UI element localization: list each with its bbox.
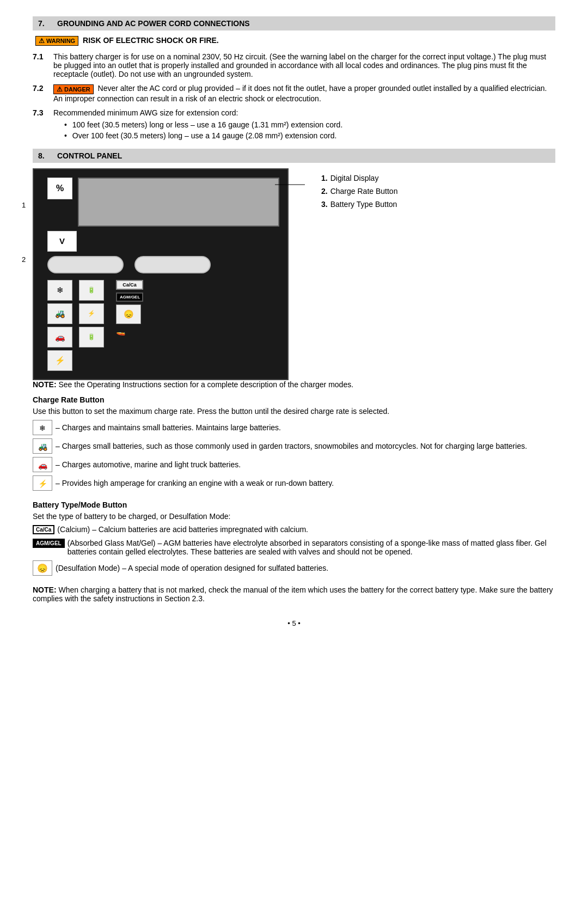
item-7-3-text: Recommended minimum AWG size for extensi… xyxy=(53,108,238,117)
agm-gel-badge: AGM/GEL xyxy=(33,539,65,548)
ca-ca-icon: Ca/Ca xyxy=(116,280,143,290)
icon-column-right: Ca/Ca AGM/GEL 😞 🚤 xyxy=(116,280,143,371)
snowflake-icon: ❄ xyxy=(47,280,72,301)
percent-button[interactable]: % xyxy=(47,178,72,199)
volt-button[interactable]: V xyxy=(47,231,77,252)
charge-icon2-desc: – Charges small batteries, such as those… xyxy=(56,442,527,450)
item-7-2: 7.2 DANGER Never alter the AC cord or pl… xyxy=(33,84,555,102)
label3-text: Battery Type Button xyxy=(330,200,397,209)
main-display xyxy=(78,178,279,227)
agm-gel-desc: (Absorbed Glass Mat/Gel) – AGM batteries… xyxy=(68,539,555,556)
battery-type-section: Battery Type/Mode Button Set the type of… xyxy=(33,501,555,576)
item-7-2-num: 7.2 xyxy=(33,84,49,93)
warning-badge: WARNING xyxy=(35,36,78,46)
battery-type-desc: Set the type of battery to be charged, o… xyxy=(33,512,555,521)
tractor-charge-icon: 🚜 xyxy=(33,438,52,454)
note-label: NOTE: xyxy=(33,380,57,389)
desulf-icon: 😞 xyxy=(33,560,52,576)
engine-charge-icon: ⚡ xyxy=(33,475,52,491)
page-number: • 5 • xyxy=(33,619,555,627)
car-charge-icon: 🚗 xyxy=(33,457,52,472)
charge-icon-row-4: ⚡ – Provides high amperage for cranking … xyxy=(33,475,555,491)
item-7-3: 7.3 Recommended minimum AWG size for ext… xyxy=(33,108,555,143)
item-7-1-content: This battery charger is for use on a nom… xyxy=(53,52,555,78)
warning-text: RISK OF ELECTRIC SHOCK OR FIRE. xyxy=(83,36,219,45)
diagram-left: 1 2 % V xyxy=(33,168,305,380)
battery-type-button[interactable] xyxy=(134,256,211,273)
snowflake-charge-icon: ❄ xyxy=(33,420,52,435)
diagram-wrapper: 1 2 % V xyxy=(33,168,289,380)
section8-title: CONTROL PANEL xyxy=(57,151,122,160)
section8-header: 8. CONTROL PANEL xyxy=(33,149,555,163)
callout-line-3 xyxy=(275,179,308,223)
label-charge-rate: 2. Charge Rate Button xyxy=(321,187,397,196)
label2-text: Charge Rate Button xyxy=(330,187,398,196)
charge-rate-button[interactable] xyxy=(47,256,124,273)
diagram-num-2: 2 xyxy=(22,255,26,264)
note2-block: NOTE: When charging a battery that is no… xyxy=(33,585,555,603)
section7-title: GROUNDING AND AC POWER CORD CONNECTIONS xyxy=(57,19,250,28)
panel-diagram-inner: % V ❄ 🚜 🚗 xyxy=(33,168,289,380)
desulf-diagram-icon: 😞 xyxy=(116,304,141,324)
control-panel-diagram: 1 2 % V xyxy=(33,168,555,380)
ca-ca-desc: (Calcium) – Calcium batteries are acid b… xyxy=(57,525,308,534)
charge-rate-desc: Use this button to set the maximum charg… xyxy=(33,407,555,416)
bullet-item-2: Over 100 feet (30.5 meters) long – use a… xyxy=(64,131,555,140)
label-battery-type: 3. Battery Type Button xyxy=(321,200,397,209)
charge-rate-section: Charge Rate Button Use this button to se… xyxy=(33,395,555,491)
bullet-item-1: 100 feet (30.5 meters) long or less – us… xyxy=(64,120,555,129)
label-digital-display: 1. Digital Display xyxy=(321,174,397,182)
battery-sm-icon: 🔋 xyxy=(79,280,104,301)
engine-icon: ⚡ xyxy=(47,350,72,371)
item-7-2-content: DANGER Never alter the AC cord or plug p… xyxy=(53,84,555,102)
charge-icon-row-1: ❄ – Charges and maintains small batterie… xyxy=(33,420,555,435)
ca-ca-badge: Ca/Ca xyxy=(33,525,54,534)
section8-num: 8. xyxy=(38,151,52,160)
section7-num: 7. xyxy=(38,19,52,28)
charge-icon-row-2: 🚜 – Charges small batteries, such as tho… xyxy=(33,438,555,454)
icon-area: ❄ 🚜 🚗 ⚡ 🔋 ⚡ 🔋 Ca/Ca AGM/GEL xyxy=(47,280,279,371)
bullet-list: 100 feet (30.5 meters) long or less – us… xyxy=(64,120,555,140)
desulf-row: 😞 (Desulfation Mode) – A special mode of… xyxy=(33,560,555,576)
label1-text: Digital Display xyxy=(330,174,379,182)
icon-column-left: ❄ 🚜 🚗 ⚡ xyxy=(47,280,72,371)
item-7-1-num: 7.1 xyxy=(33,52,49,61)
item-7-2-text: Never alter the AC cord or plug provided… xyxy=(53,84,547,102)
battery-type-heading: Battery Type/Mode Button xyxy=(33,501,555,509)
volt-button-row: V xyxy=(47,231,279,252)
section7-header: 7. GROUNDING AND AC POWER CORD CONNECTIO… xyxy=(33,16,555,30)
panel-button-row xyxy=(47,256,279,273)
charge-icon1-desc: – Charges and maintains small batteries.… xyxy=(56,423,281,432)
agm-gel-icon: AGM/GEL xyxy=(116,292,143,302)
item-7-1: 7.1 This battery charger is for use on a… xyxy=(33,52,555,78)
note-text: See the Operating Instructions section f… xyxy=(58,380,353,389)
charge-rate-heading: Charge Rate Button xyxy=(33,395,555,404)
item-7-3-content: Recommended minimum AWG size for extensi… xyxy=(53,108,555,143)
boat-icon: 🚤 xyxy=(116,327,138,343)
tractor-icon: 🚜 xyxy=(47,303,72,324)
diagram-num-1: 1 xyxy=(22,201,26,209)
charge-icon-row-3: 🚗 – Charges automotive, marine and light… xyxy=(33,457,555,472)
warning-block: WARNING RISK OF ELECTRIC SHOCK OR FIRE. xyxy=(33,36,555,46)
car-icon: 🚗 xyxy=(47,327,72,347)
note2-text: When charging a battery that is not mark… xyxy=(33,585,553,603)
item-7-3-num: 7.3 xyxy=(33,108,49,117)
diagram-right-labels: 1. Digital Display 2. Charge Rate Button… xyxy=(305,168,397,209)
charge-icon3-desc: – Charges automotive, marine and light t… xyxy=(56,460,241,469)
danger-badge: DANGER xyxy=(53,84,94,94)
desulf-desc: (Desulfation Mode) – A special mode of o… xyxy=(56,564,328,572)
battery-bolt-icon: ⚡ xyxy=(79,303,104,324)
charge-icon4-desc: – Provides high amperage for cranking an… xyxy=(56,479,334,487)
note2-label: NOTE: xyxy=(33,585,57,594)
panel-top-area: % xyxy=(47,178,279,227)
ca-ca-row: Ca/Ca (Calcium) – Calcium batteries are … xyxy=(33,525,555,534)
battery-lg-icon: 🔋 xyxy=(79,327,104,347)
agm-gel-row: AGM/GEL (Absorbed Glass Mat/Gel) – AGM b… xyxy=(33,539,555,556)
note-block: NOTE: See the Operating Instructions sec… xyxy=(33,380,555,389)
icon-column-center: 🔋 ⚡ 🔋 xyxy=(79,280,104,371)
